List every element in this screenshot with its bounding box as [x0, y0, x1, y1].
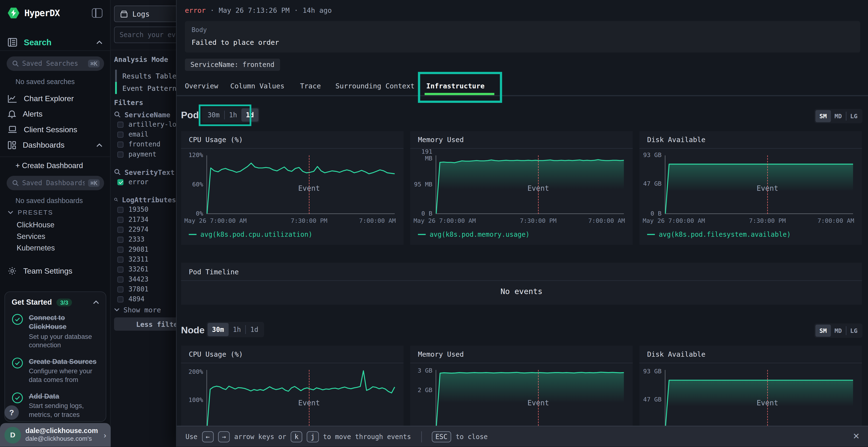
tab-column-values[interactable]: Column Values: [230, 82, 284, 90]
preset-clickhouse[interactable]: ClickHouse: [17, 220, 55, 229]
checkbox[interactable]: [117, 246, 123, 252]
filter-option-21734[interactable]: 21734: [114, 215, 176, 225]
filter-option-34423[interactable]: 34423: [114, 274, 176, 284]
tab-surrounding-context[interactable]: Surrounding Context: [335, 82, 414, 90]
checkbox[interactable]: [117, 122, 123, 128]
checkbox[interactable]: [117, 207, 123, 213]
service-name-chip[interactable]: ServiceName: frontend: [185, 59, 280, 71]
preset-kubernetes[interactable]: Kubernetes: [17, 244, 55, 252]
sidebar-item-alerts[interactable]: Alerts: [0, 106, 110, 122]
filter-option-29081[interactable]: 29081: [114, 244, 176, 254]
filter-option-payment[interactable]: payment: [114, 149, 176, 159]
event-marker-label: Event: [527, 399, 549, 407]
tab-trace[interactable]: Trace: [300, 82, 321, 90]
checkbox[interactable]: [117, 131, 123, 137]
filter-option-19350[interactable]: 19350: [114, 204, 176, 214]
size-lg[interactable]: LG: [846, 325, 862, 337]
close-icon[interactable]: ✕: [853, 431, 860, 441]
filter-option-frontend[interactable]: frontend: [114, 139, 176, 149]
filter-option-2333[interactable]: 2333: [114, 234, 176, 244]
size-md[interactable]: MD: [831, 325, 846, 337]
esc-key[interactable]: ESC: [432, 431, 452, 442]
checkbox[interactable]: [117, 151, 123, 157]
checkbox[interactable]: [117, 141, 123, 147]
get-started-step[interactable]: Create Data Sources Configure where your…: [11, 357, 99, 385]
get-started-step[interactable]: Connect to ClickHouse Set up your databa…: [11, 314, 99, 350]
filter-option-32311[interactable]: 32311: [114, 254, 176, 264]
sidebar-item-chart-explorer[interactable]: Chart Explorer: [0, 91, 110, 106]
sidebar-item-search[interactable]: Search: [0, 34, 110, 51]
chart-legend[interactable]: avg(k8s.pod.filesystem.available): [647, 231, 791, 238]
checkbox[interactable]: [117, 296, 123, 302]
less-filters-button[interactable]: Less filters: [114, 317, 176, 331]
filter-option-37801[interactable]: 37801: [114, 284, 176, 294]
chevron-up-icon[interactable]: [93, 300, 99, 304]
event-timestamp: May 26 7:13:26 PM: [219, 6, 289, 14]
sidebar-item-client-sessions[interactable]: Client Sessions: [0, 122, 110, 137]
checkbox-checked[interactable]: [117, 179, 123, 185]
chart-card-pod-memory: Memory Used191 MB95 MB0 BEventMay 26 7:0…: [410, 131, 633, 245]
filter-group-severitytext[interactable]: SeverityText: [114, 167, 176, 177]
y-axis-tick: 47 GB: [640, 397, 661, 403]
checkbox[interactable]: [117, 276, 123, 282]
source-select-button[interactable]: Logs: [114, 5, 176, 22]
chart-legend[interactable]: avg(k8s.pod.memory.usage): [418, 231, 529, 238]
chart-explorer-icon: [8, 94, 17, 102]
chart-legend[interactable]: avg(k8s.pod.cpu.utilization): [189, 231, 312, 238]
k-key[interactable]: k: [291, 431, 303, 442]
left-arrow-key[interactable]: ←: [202, 431, 214, 442]
filter-groups: ServiceNameartillery-loaemailfrontendpay…: [114, 110, 176, 315]
checkbox[interactable]: [117, 216, 123, 222]
tabs-divider: [177, 95, 868, 96]
get-started-step[interactable]: Add Data Start sending logs, metrics, or…: [11, 392, 99, 420]
presets-section-toggle[interactable]: PRESETS: [8, 209, 53, 216]
filter-option-label: 37801: [128, 285, 149, 293]
collapse-sidebar-icon[interactable]: [92, 8, 102, 18]
mode-event-patterns[interactable]: Event Patterns: [115, 82, 176, 94]
saved-dashboards-input[interactable]: Saved Dashboards ⌘K: [7, 176, 104, 190]
size-sm-active[interactable]: SM: [815, 110, 831, 122]
j-key[interactable]: j: [307, 431, 319, 442]
filter-option-4894[interactable]: 4894: [114, 294, 176, 304]
event-search-input[interactable]: Search your events: [114, 27, 176, 43]
checkbox[interactable]: [117, 227, 123, 232]
pod-section-title: Pod: [181, 110, 199, 121]
checkbox[interactable]: [117, 237, 123, 243]
filter-option-artillery-loa[interactable]: artillery-loa: [114, 119, 176, 129]
event-body-card[interactable]: Body Failed to place order: [185, 21, 860, 53]
filter-option-33261[interactable]: 33261: [114, 264, 176, 274]
sidebar-item-dashboards[interactable]: Dashboards: [0, 137, 110, 152]
tab-overview[interactable]: Overview: [185, 82, 218, 90]
range-1d[interactable]: 1d: [246, 323, 263, 336]
filter-option-email[interactable]: email: [114, 129, 176, 139]
filter-option-22974[interactable]: 22974: [114, 225, 176, 234]
right-arrow-key[interactable]: →: [218, 431, 230, 442]
filter-group-logattributes[interactable]: LogAttributes: [114, 195, 176, 204]
logs-source-icon: [120, 10, 128, 18]
saved-searches-input[interactable]: Saved Searches ⌘K: [7, 56, 104, 71]
checkbox[interactable]: [117, 266, 123, 272]
detail-tabs: Overview Column Values Trace Surrounding…: [177, 77, 868, 96]
sidebar-item-team-settings[interactable]: Team Settings: [8, 267, 72, 276]
show-more-button[interactable]: Show more: [114, 304, 176, 315]
size-md[interactable]: MD: [831, 110, 846, 122]
brand-logo[interactable]: HyperDX: [8, 7, 60, 19]
filter-option-error[interactable]: error: [114, 177, 176, 187]
range-30m-active[interactable]: 30m: [208, 323, 228, 336]
create-dashboard-button[interactable]: + Create Dashboard: [16, 161, 83, 170]
mode-indicator-active: [115, 82, 117, 94]
legend-swatch: [418, 234, 426, 235]
checkbox[interactable]: [117, 286, 123, 292]
size-sm-active[interactable]: SM: [815, 325, 831, 337]
help-button[interactable]: ?: [4, 405, 19, 420]
checkbox[interactable]: [117, 256, 123, 262]
range-1h[interactable]: 1h: [228, 323, 245, 336]
user-account-bar[interactable]: D dale@clickhouse.com dale@clickhouse.co…: [0, 423, 111, 447]
filter-group-servicename[interactable]: ServiceName: [114, 110, 176, 119]
filter-option-label: error: [128, 178, 149, 186]
user-email: dale@clickhouse.com: [26, 427, 98, 436]
preset-services[interactable]: Services: [17, 232, 45, 240]
search-nav-icon: [8, 38, 17, 47]
size-lg[interactable]: LG: [846, 110, 862, 122]
mode-results-table[interactable]: Results Table: [115, 70, 176, 82]
